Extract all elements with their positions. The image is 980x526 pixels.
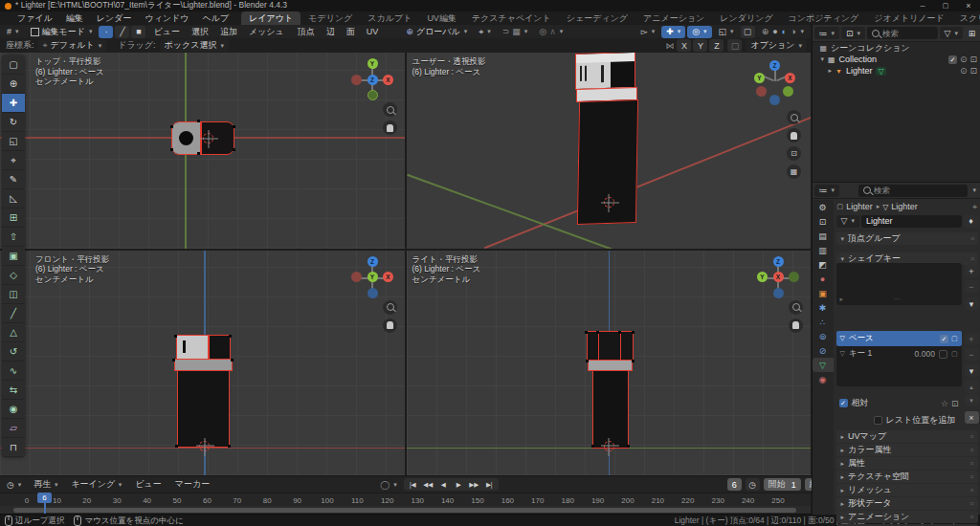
menubar-item[interactable]: ウィンドウ: [138, 12, 195, 25]
mode-selector[interactable]: 編集モード ▾: [26, 26, 98, 38]
drag-grip-icon[interactable]: ≡: [969, 447, 973, 453]
new-collection-button[interactable]: ⊞: [965, 27, 979, 39]
snap-base-button[interactable]: ▢: [727, 39, 742, 52]
camera-icon[interactable]: ⊡: [969, 66, 977, 76]
lock-icon[interactable]: ▢: [951, 350, 958, 358]
mesh-select-menu[interactable]: 辺: [321, 26, 341, 38]
face-select-button[interactable]: ■: [131, 26, 145, 38]
bevel-tool[interactable]: ◇: [2, 266, 25, 285]
frame-start-field[interactable]: 開始1: [764, 478, 801, 491]
shape-key-move-down-button[interactable]: ▼: [965, 394, 979, 406]
gizmo-z-axis[interactable]: Z: [368, 256, 378, 267]
vertex-group-remove-button[interactable]: −: [965, 280, 979, 293]
timeline-menu-view[interactable]: ビュー: [129, 478, 167, 491]
snap-toggle[interactable]: ⊃ ▦ ▾: [498, 26, 533, 38]
shape-key-specials-button[interactable]: ▾: [965, 364, 979, 377]
pin-vertices-icon[interactable]: ⊡: [951, 399, 959, 408]
gizmo-x-axis[interactable]: X: [785, 73, 795, 83]
datablock-type-button[interactable]: ▽▾: [836, 215, 859, 228]
zoom-button[interactable]: [789, 300, 803, 315]
rendered-shading-button[interactable]: ◑: [791, 27, 795, 36]
drag-grip-icon[interactable]: ≡: [969, 460, 973, 467]
timeline-menu-playback[interactable]: 再生 ▾: [28, 478, 63, 491]
zoom-button[interactable]: [787, 110, 801, 124]
drag-grip-icon[interactable]: ≡: [969, 433, 973, 440]
loop-cut-tool[interactable]: ◫: [2, 285, 25, 304]
gizmo-z-axis[interactable]: Z: [773, 256, 784, 267]
timeline-menu-marker[interactable]: マーカー: [169, 478, 215, 491]
lock-icon[interactable]: ▢: [951, 335, 958, 342]
gizmo-y-neg[interactable]: [789, 272, 799, 282]
collection-checkbox[interactable]: ✓: [948, 55, 957, 64]
knife-tool[interactable]: ╱: [2, 304, 25, 323]
measure-tool[interactable]: ◺: [2, 189, 25, 208]
gizmo-x-neg[interactable]: [756, 86, 767, 97]
drag-grip-icon[interactable]: ≡: [969, 500, 973, 507]
drag-grip-icon[interactable]: ≡: [969, 514, 973, 520]
menubar-item[interactable]: 編集: [59, 12, 90, 25]
outliner-row-collection[interactable]: ▾ ▦ Collection ✓ ⊙ ⊡: [813, 54, 980, 65]
properties-filter-dropdown[interactable]: ▾: [972, 186, 976, 194]
pan-hand-button[interactable]: [383, 318, 397, 333]
workspace-tab[interactable]: スカルプト: [360, 11, 419, 26]
material-tab[interactable]: ◉: [813, 372, 834, 386]
timeline-scrollbar[interactable]: [13, 508, 796, 513]
world-tab[interactable]: ●: [813, 272, 834, 286]
pan-hand-button[interactable]: [383, 121, 397, 135]
options-dropdown[interactable]: オプション ▾: [746, 39, 807, 52]
rest-position-checkbox[interactable]: [874, 416, 882, 425]
zoom-button[interactable]: [383, 102, 397, 117]
viewport-divider-vertical[interactable]: [405, 53, 407, 475]
jump-to-start-button[interactable]: |◀: [406, 478, 420, 491]
outliner-filter-id[interactable]: ⊡▾: [841, 27, 865, 39]
outliner-display-mode[interactable]: ≔▾: [814, 27, 840, 39]
breadcrumb-object[interactable]: Lighter: [846, 202, 873, 211]
shape-key-row-basis[interactable]: ▽ ベース ✓ ▢: [836, 331, 962, 346]
shape-key-remove-button[interactable]: −: [965, 348, 979, 361]
collapse-icon[interactable]: ▸: [829, 67, 833, 75]
outliner-filter-button[interactable]: ▽▾: [940, 27, 963, 39]
relative-checkbox[interactable]: ✓: [839, 399, 848, 407]
section-テクスチャ空間[interactable]: ▸テクスチャ空間≡: [836, 471, 978, 483]
add-cube-tool[interactable]: ⊞: [2, 208, 25, 228]
pin-icon[interactable]: ⌖: [972, 202, 977, 212]
section-カラー属性[interactable]: ▸カラー属性≡: [836, 444, 978, 456]
show-gizmo-toggle[interactable]: ✚ ▾: [661, 26, 685, 38]
viewport-user[interactable]: ユーザー・透視投影 (6) Lighter : ベース: [407, 53, 812, 249]
toggle-ortho-button[interactable]: ▦: [787, 164, 801, 179]
vertex-groups-header[interactable]: ▾ 頂点グループ ≡: [836, 232, 979, 245]
workspace-tab[interactable]: モデリング: [301, 11, 360, 26]
zoom-button[interactable]: [383, 300, 397, 315]
pivot-point-selector[interactable]: ⌖ ▾: [474, 26, 496, 38]
gizmo-x-axis[interactable]: X: [773, 272, 784, 282]
use-preview-range-button[interactable]: ◷: [746, 478, 760, 491]
rotate-tool[interactable]: ↻: [2, 113, 25, 132]
menubar-item[interactable]: レンダー: [90, 12, 139, 25]
cursor-tool[interactable]: ⊕: [2, 75, 25, 94]
viewport-menu[interactable]: 選択: [186, 26, 214, 38]
drag-grip-icon[interactable]: ≡: [969, 487, 973, 493]
star-icon[interactable]: ☆: [941, 399, 948, 408]
workspace-tab[interactable]: ジオメトリノード: [866, 11, 951, 26]
editor-type-button[interactable]: # ▾: [2, 26, 24, 38]
auto-key-toggle[interactable]: ◯ ▾: [375, 478, 402, 491]
vertex-groups-list[interactable]: ▸ ⋯: [836, 263, 962, 305]
object-tab[interactable]: ▣: [813, 286, 834, 300]
gizmo-z-axis[interactable]: Z: [769, 60, 780, 71]
tweak-tool-dropdown[interactable]: ▻ ▾: [636, 26, 659, 38]
pan-hand-button[interactable]: [787, 128, 801, 142]
viewport-menu[interactable]: ビュー: [147, 26, 185, 38]
gizmo-y-axis[interactable]: Y: [368, 58, 378, 69]
section-属性[interactable]: ▸属性≡: [836, 457, 978, 470]
output-tab[interactable]: ▤: [813, 229, 834, 243]
nav-gizmo-user[interactable]: Z Y X: [753, 60, 797, 104]
gizmo-z-neg[interactable]: [773, 288, 784, 298]
shape-key-value[interactable]: 0.000: [915, 349, 935, 359]
decorator-dot-icon[interactable]: ∙: [967, 416, 969, 426]
play-reverse-button[interactable]: ◀: [436, 478, 451, 491]
shape-key-mute-checkbox[interactable]: ✓: [940, 335, 948, 343]
view-layer-tab[interactable]: ▥: [813, 243, 834, 257]
timeline-editor-type-button[interactable]: ◷ ▾: [2, 478, 26, 491]
gizmo-z-axis[interactable]: Z: [368, 75, 378, 85]
mirror-z-button[interactable]: Z: [709, 39, 724, 52]
